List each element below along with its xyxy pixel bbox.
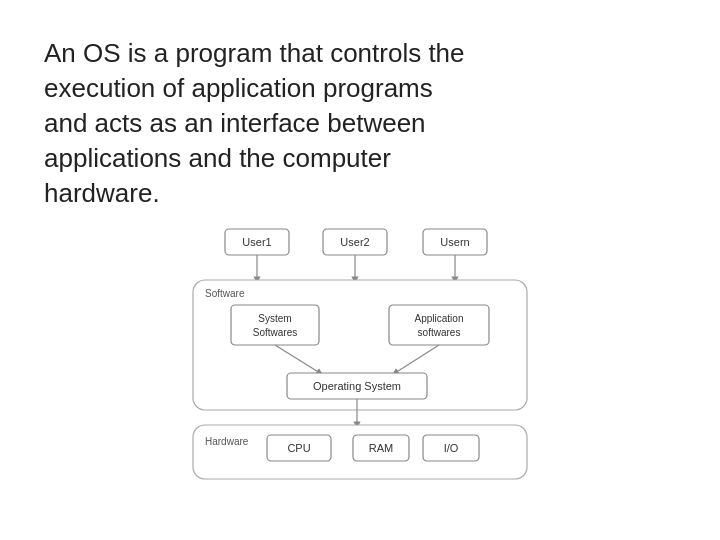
ram-label: RAM bbox=[369, 442, 393, 454]
diagram-area: User1 User2 Usern Software System Softwa… bbox=[44, 225, 676, 495]
intro-line2: execution of application programs bbox=[44, 73, 433, 103]
svg-text:Application: Application bbox=[415, 313, 464, 324]
intro-line3: and acts as an interface between bbox=[44, 108, 426, 138]
svg-rect-10 bbox=[389, 305, 489, 345]
user2-label: User2 bbox=[340, 236, 369, 248]
svg-text:System: System bbox=[258, 313, 291, 324]
svg-text:Softwares: Softwares bbox=[253, 327, 297, 338]
intro-line5: hardware. bbox=[44, 178, 160, 208]
io-label: I/O bbox=[444, 442, 459, 454]
os-label: Operating System bbox=[313, 380, 401, 392]
svg-rect-7 bbox=[231, 305, 319, 345]
intro-line1: An OS is a program that controls the bbox=[44, 38, 465, 68]
hardware-label: Hardware bbox=[205, 436, 249, 447]
intro-line4: applications and the computer bbox=[44, 143, 391, 173]
cpu-label: CPU bbox=[287, 442, 310, 454]
usern-label: Usern bbox=[440, 236, 469, 248]
software-label: Software bbox=[205, 288, 245, 299]
page: An OS is a program that controls the exe… bbox=[0, 0, 720, 540]
intro-paragraph: An OS is a program that controls the exe… bbox=[44, 36, 676, 211]
user1-label: User1 bbox=[242, 236, 271, 248]
svg-text:softwares: softwares bbox=[418, 327, 461, 338]
os-diagram: User1 User2 Usern Software System Softwa… bbox=[165, 225, 555, 495]
